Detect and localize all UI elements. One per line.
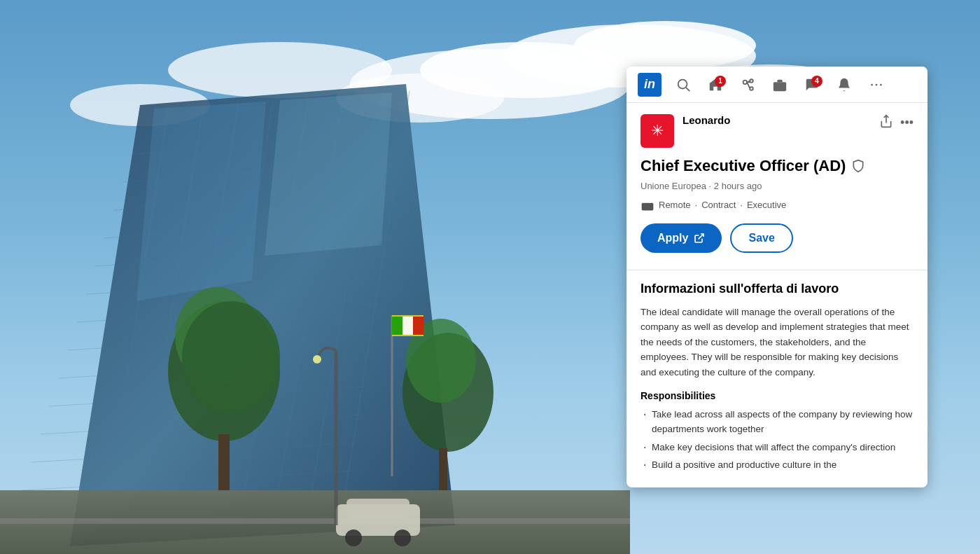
job-type-icon bbox=[640, 198, 654, 212]
svg-line-56 bbox=[686, 88, 690, 91]
action-buttons: Apply Save bbox=[640, 223, 913, 253]
svg-line-66 bbox=[699, 234, 704, 239]
save-button[interactable]: Save bbox=[730, 223, 792, 253]
search-icon bbox=[676, 77, 691, 92]
svg-rect-51 bbox=[402, 317, 413, 335]
list-item: Build a positive and productive culture … bbox=[640, 457, 913, 471]
svg-point-46 bbox=[345, 529, 362, 546]
external-link-icon bbox=[694, 233, 705, 244]
search-nav-button[interactable] bbox=[670, 74, 696, 95]
share-button[interactable] bbox=[879, 114, 893, 132]
svg-rect-60 bbox=[774, 82, 786, 91]
job-description: Informazioni sull'offerta di lavoro The … bbox=[626, 282, 927, 488]
svg-point-37 bbox=[182, 301, 280, 413]
job-card: ✳ Leonardo ••• Chief Executive Off bbox=[626, 103, 927, 270]
svg-point-57 bbox=[743, 80, 748, 84]
svg-point-63 bbox=[880, 83, 882, 85]
svg-rect-43 bbox=[0, 518, 630, 524]
jobs-nav-button[interactable] bbox=[766, 74, 793, 95]
network-nav-button[interactable] bbox=[734, 74, 761, 95]
messaging-badge: 4 bbox=[811, 76, 822, 87]
company-actions: ••• bbox=[879, 114, 913, 132]
company-row: ✳ Leonardo ••• bbox=[640, 114, 913, 148]
description-intro: The ideal candidate will manage the over… bbox=[640, 305, 913, 380]
svg-rect-41 bbox=[439, 448, 447, 490]
notifications-nav-button[interactable] bbox=[831, 74, 858, 95]
responsibilities-title: Responsibilities bbox=[640, 390, 913, 401]
company-logo-icon: ✳ bbox=[651, 122, 664, 140]
job-meta: Unione Europea · 2 hours ago bbox=[640, 181, 913, 191]
home-badge: 1 bbox=[715, 76, 726, 87]
messaging-nav-button[interactable]: 4 bbox=[799, 74, 825, 95]
svg-point-59 bbox=[750, 87, 753, 90]
linkedin-logo[interactable]: in bbox=[638, 73, 662, 97]
description-title: Informazioni sull'offerta di lavoro bbox=[640, 282, 913, 296]
svg-marker-33 bbox=[136, 102, 266, 301]
list-item: Make key decisions that will affect the … bbox=[640, 440, 913, 455]
job-details: Remote · Contract · Executive bbox=[640, 198, 913, 212]
svg-point-62 bbox=[876, 83, 878, 85]
list-item: Take lead across all aspects of the comp… bbox=[640, 407, 913, 437]
svg-point-55 bbox=[678, 79, 687, 88]
company-name[interactable]: Leonardo bbox=[682, 114, 879, 126]
bell-icon bbox=[836, 77, 852, 92]
svg-point-5 bbox=[574, 21, 756, 70]
more-options-button[interactable]: ••• bbox=[900, 116, 913, 130]
responsibilities-list: Take lead across all aspects of the comp… bbox=[640, 407, 913, 471]
more-icon bbox=[869, 77, 884, 92]
svg-marker-34 bbox=[265, 92, 392, 256]
company-logo[interactable]: ✳ bbox=[640, 114, 674, 148]
svg-point-47 bbox=[394, 529, 411, 546]
more-nav-button[interactable] bbox=[863, 74, 890, 95]
apply-button[interactable]: Apply bbox=[640, 223, 722, 253]
svg-point-58 bbox=[750, 79, 753, 83]
divider bbox=[626, 270, 927, 270]
job-title: Chief Executive Officer (AD) bbox=[640, 156, 913, 176]
linkedin-panel: in 1 bbox=[626, 67, 927, 487]
svg-rect-52 bbox=[413, 317, 424, 335]
verified-badge bbox=[851, 159, 865, 173]
svg-rect-65 bbox=[642, 202, 654, 210]
svg-point-61 bbox=[871, 83, 873, 85]
svg-rect-50 bbox=[392, 317, 402, 335]
svg-point-54 bbox=[313, 355, 321, 363]
network-icon bbox=[740, 77, 755, 92]
svg-rect-38 bbox=[218, 434, 230, 490]
briefcase-nav-icon bbox=[772, 77, 788, 92]
home-nav-button[interactable]: 1 bbox=[702, 74, 729, 95]
svg-rect-45 bbox=[346, 499, 410, 518]
navbar: in 1 bbox=[626, 67, 927, 103]
